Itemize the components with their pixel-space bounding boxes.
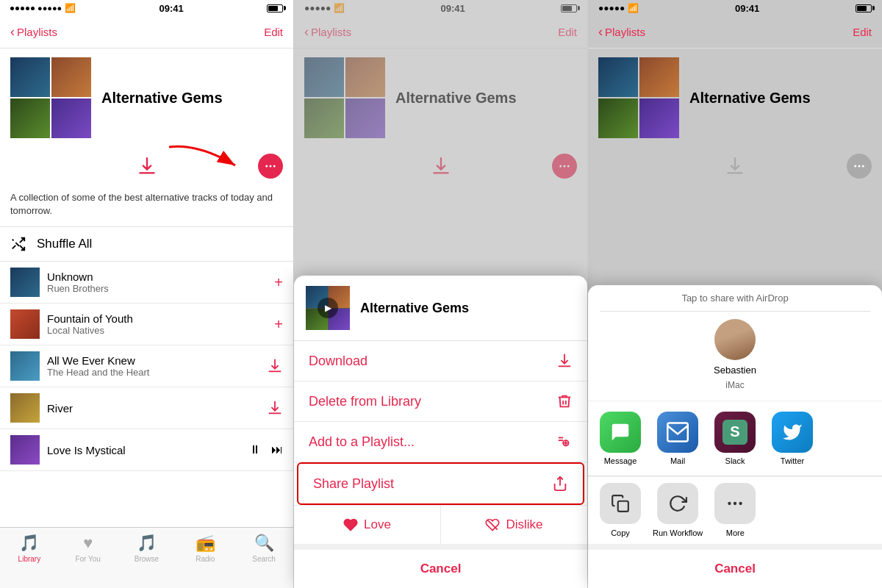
signal-icon xyxy=(10,7,35,10)
share-action-more[interactable]: More xyxy=(710,483,760,538)
share-app-mail[interactable]: Mail xyxy=(653,412,703,465)
copy-icon xyxy=(600,483,641,524)
tab-radio-1[interactable]: 📻 Radio xyxy=(176,534,234,563)
browse-label-1: Browse xyxy=(135,555,159,563)
share-app-message[interactable]: Message xyxy=(595,412,645,465)
battery-icon-3 xyxy=(856,4,872,12)
download-btn-3-bg xyxy=(720,151,750,181)
airdrop-person-name: Sebastien xyxy=(714,365,756,376)
share-action-run-workflow[interactable]: Run Workflow xyxy=(653,483,703,538)
track-add-icon-1[interactable]: + xyxy=(274,274,283,291)
tab-library-1[interactable]: 🎵 Library xyxy=(0,534,59,563)
album-art-grid-1 xyxy=(10,57,91,138)
track-artist-1: Ruen Brothers xyxy=(47,283,267,294)
track-name-4: River xyxy=(47,402,259,415)
foryou-label-1: For You xyxy=(75,555,100,563)
panel-2: ●●●●● 📶 09:41 ‹ Playlists Edit xyxy=(294,0,588,588)
sheet-cancel-button[interactable]: Cancel xyxy=(294,544,587,588)
sheet-love-dislike-row: Love Dislike xyxy=(294,505,587,544)
wifi-3: 📶 xyxy=(628,3,639,13)
sheet-share-icon xyxy=(552,476,568,492)
playing-controls: ⏸ ⏭ xyxy=(249,443,283,456)
track-name-1: Unknown xyxy=(47,270,267,283)
heart-icon xyxy=(343,517,358,532)
signal-area: ●●●●● 📶 xyxy=(10,3,76,13)
copy-label: Copy xyxy=(611,528,630,538)
track-item-3[interactable]: All We Ever Knew The Head and the Heart xyxy=(0,345,293,387)
sheet-download-row[interactable]: Download xyxy=(294,341,587,381)
tab-search-1[interactable]: 🔍 Search xyxy=(234,534,293,563)
search-icon-1: 🔍 xyxy=(254,534,274,553)
track-item-2[interactable]: Fountain of Youth Local Natives + xyxy=(0,304,293,345)
back-chevron-1: ‹ xyxy=(10,24,15,40)
time-display-1: 09:41 xyxy=(159,3,183,14)
track-thumb-5 xyxy=(10,435,40,465)
track-item-1[interactable]: Unknown Ruen Brothers + xyxy=(0,262,293,304)
share-actions-row: Copy Run Workflow More xyxy=(588,477,882,544)
carrier-label: ●●●●● xyxy=(37,4,62,12)
mail-app-label: Mail xyxy=(670,456,685,465)
track-download-icon-3[interactable] xyxy=(267,358,283,374)
nav-bar-3: ‹ Playlists Edit xyxy=(588,16,882,49)
sheet-trash-icon xyxy=(556,393,573,409)
track-thumb-4 xyxy=(10,393,40,423)
tab-bar-1: 🎵 Library ♥ For You 🎵 Browse 📻 Radio 🔍 S… xyxy=(0,527,293,588)
track-download-icon-4[interactable] xyxy=(267,400,283,416)
airdrop-device-name: iMac xyxy=(725,380,744,390)
track-info-2: Fountain of Youth Local Natives xyxy=(47,312,267,336)
twitter-app-icon xyxy=(772,412,813,453)
svg-point-15 xyxy=(858,165,861,168)
share-app-twitter[interactable]: Twitter xyxy=(767,412,817,465)
back-button-3: ‹ Playlists xyxy=(598,24,645,40)
back-button-1[interactable]: ‹ Playlists xyxy=(10,24,57,40)
track-item-4[interactable]: River xyxy=(0,387,293,429)
sheet-delete-row[interactable]: Delete from Library xyxy=(294,381,587,422)
radio-label-1: Radio xyxy=(196,555,215,563)
skip-icon[interactable]: ⏭ xyxy=(271,443,283,456)
svg-point-2 xyxy=(273,165,276,168)
signal-area-3: ●●●●● 📶 xyxy=(598,3,639,13)
album-art-3-bg xyxy=(598,57,679,138)
pause-icon[interactable]: ⏸ xyxy=(249,443,261,456)
album-cell-4 xyxy=(51,98,91,138)
action-row-3-bg xyxy=(588,147,882,188)
sheet-love-button[interactable]: Love xyxy=(294,505,441,544)
album-cell-1 xyxy=(10,57,50,97)
track-name-3: All We Ever Knew xyxy=(47,354,259,367)
shuffle-row-1[interactable]: Shuffle All xyxy=(0,227,293,262)
airdrop-person[interactable]: Sebastien iMac xyxy=(600,312,870,393)
sheet-download-label: Download xyxy=(309,354,368,369)
sheet-album-art: ▶ xyxy=(306,286,350,330)
share-action-copy[interactable]: Copy xyxy=(595,483,645,538)
sheet-dislike-button[interactable]: Dislike xyxy=(441,505,587,544)
battery-icon-1 xyxy=(267,4,283,12)
sheet-cancel-label: Cancel xyxy=(420,562,462,576)
action-sheet: ▶ Alternative Gems Download Delete from … xyxy=(294,276,587,588)
share-cancel-button[interactable]: Cancel xyxy=(588,550,882,588)
track-item-5[interactable]: Love Is Mystical ⏸ ⏭ xyxy=(0,429,293,471)
track-artist-3: The Head and the Heart xyxy=(47,367,259,378)
battery-3 xyxy=(856,4,872,12)
sheet-add-playlist-row[interactable]: Add to a Playlist... xyxy=(294,422,587,462)
download-button-1[interactable] xyxy=(132,151,162,181)
playlist-header-1: Alternative Gems xyxy=(0,49,293,147)
sheet-dislike-label: Dislike xyxy=(506,517,542,532)
share-app-slack[interactable]: S Slack xyxy=(710,412,760,465)
more-button-1[interactable] xyxy=(258,154,283,179)
sheet-delete-label: Delete from Library xyxy=(309,394,421,409)
track-add-icon-2[interactable]: + xyxy=(274,316,283,333)
more-btn-3-bg xyxy=(847,154,872,179)
tab-browse-1[interactable]: 🎵 Browse xyxy=(118,534,176,563)
tab-foryou-1[interactable]: ♥ For You xyxy=(59,534,118,563)
svg-point-16 xyxy=(862,165,864,168)
slack-app-label: Slack xyxy=(725,456,745,465)
airdrop-title: Tap to share with AirDrop xyxy=(600,293,870,312)
panel-1: ●●●●● 📶 09:41 ‹ Playlists Edit Alternati… xyxy=(0,0,294,588)
playlist-info-1: Alternative Gems xyxy=(101,90,283,107)
sheet-share-row[interactable]: Share Playlist xyxy=(297,462,584,505)
track-info-3: All We Ever Knew The Head and the Heart xyxy=(47,354,259,378)
play-overlay-icon: ▶ xyxy=(318,298,338,318)
edit-button-1[interactable]: Edit xyxy=(264,26,283,38)
library-label-1: Library xyxy=(18,555,41,563)
shuffle-label: Shuffle All xyxy=(37,237,92,251)
